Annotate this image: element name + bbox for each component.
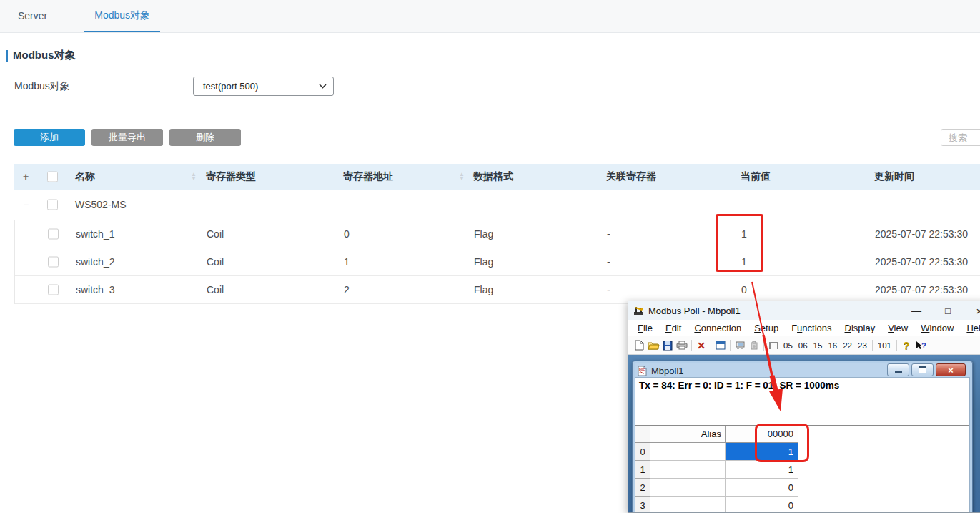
menu-item-view[interactable]: View: [881, 323, 914, 333]
tab-modbus-object[interactable]: Modbus对象: [84, 0, 160, 32]
menu-item-connection[interactable]: Connection: [688, 323, 748, 333]
table-row: switch_2Coil1Flag-12025-07-07 22:53:30: [15, 248, 980, 276]
new-doc-icon: [635, 340, 644, 351]
menu-item-file[interactable]: File: [631, 323, 659, 333]
function-05-button[interactable]: 05: [781, 341, 796, 350]
cell-current-value: 1: [741, 228, 747, 240]
cell-assoc: -: [607, 284, 610, 295]
read-write-once-button[interactable]: [733, 338, 747, 353]
collapse-icon[interactable]: −: [23, 199, 29, 210]
mbpoll1-titlebar[interactable]: poc Mbpoll1 ×: [633, 361, 972, 378]
tab-server[interactable]: Server: [8, 0, 57, 32]
menu-item-window[interactable]: Window: [914, 323, 960, 333]
modbus-poll-titlebar[interactable]: Modbus Poll - Mbpoll1 — □ ×: [628, 301, 980, 320]
select-all-checkbox[interactable]: [47, 172, 58, 182]
col-header-time: 更新时间: [874, 170, 914, 183]
window-icon: [716, 341, 726, 350]
maximize-button[interactable]: □: [937, 301, 959, 320]
mbpoll1-window: poc Mbpoll1 × Tx = 84: Err = 0: ID = 1: …: [632, 361, 973, 512]
child-minimize-button[interactable]: [887, 363, 909, 376]
function-15-button[interactable]: 15: [811, 341, 826, 350]
menu-item-setup[interactable]: Setup: [748, 323, 785, 333]
close-button[interactable]: ×: [969, 301, 980, 320]
child-close-button[interactable]: ×: [936, 363, 966, 376]
row-checkbox[interactable]: [48, 285, 59, 295]
cell-format: Flag: [474, 228, 493, 240]
grid-row-number: 1: [635, 461, 650, 479]
add-button[interactable]: 添加: [14, 129, 85, 146]
modbus-table: + 名称 ▲▼ 寄存器类型 寄存器地址 ▲▼ 数据格式 关联寄存器 当前值 更新…: [14, 164, 980, 304]
help-button[interactable]: ?: [899, 338, 914, 353]
restore-icon: [919, 366, 926, 373]
search-input[interactable]: [941, 129, 980, 146]
modbus-poll-window: Modbus Poll - Mbpoll1 — □ × FileEditConn…: [628, 301, 980, 513]
modbus-object-select[interactable]: test(port 500): [193, 77, 334, 96]
function-101-button[interactable]: 101: [875, 341, 894, 350]
toolbar-separator: [872, 340, 873, 351]
new-file-button[interactable]: [632, 338, 646, 353]
toolbar-separator: [896, 340, 897, 351]
row-checkbox[interactable]: [48, 257, 59, 268]
grid-alias-cell[interactable]: [650, 461, 726, 479]
grid-value-cell[interactable]: 0: [726, 497, 798, 512]
function-23-button[interactable]: 23: [855, 341, 870, 350]
sort-icon-reg-addr[interactable]: ▲▼: [459, 172, 465, 181]
grid-alias-cell[interactable]: [650, 443, 726, 461]
grid-row: 01: [635, 443, 969, 461]
grid-value-cell[interactable]: 1: [726, 443, 798, 461]
cell-assoc: -: [607, 256, 610, 268]
print-button[interactable]: [675, 338, 689, 353]
test-center-button[interactable]: [766, 338, 781, 353]
cell-reg-type: Coil: [207, 284, 224, 295]
pulse-icon: [769, 342, 778, 349]
cell-format: Flag: [474, 284, 493, 295]
table-header-row: + 名称 ▲▼ 寄存器类型 寄存器地址 ▲▼ 数据格式 关联寄存器 当前值 更新…: [14, 164, 980, 190]
group-checkbox[interactable]: [47, 200, 58, 210]
close-x-icon: ×: [948, 366, 954, 375]
grid-row-number: 2: [635, 479, 650, 497]
section-accent-bar: [6, 50, 8, 62]
setup-window-button[interactable]: [713, 338, 728, 353]
child-window-controls: ×: [887, 363, 966, 376]
app-icon: [633, 306, 644, 316]
grid-value-cell[interactable]: 0: [726, 479, 798, 497]
print-icon: [676, 341, 688, 350]
delete-poll-button[interactable]: ✕: [694, 338, 708, 353]
menu-item-functions[interactable]: Functions: [785, 323, 838, 333]
expand-all-icon[interactable]: +: [23, 171, 29, 182]
save-button[interactable]: [660, 338, 675, 353]
context-help-button[interactable]: ?: [914, 338, 928, 353]
cell-name: switch_2: [76, 256, 114, 268]
menu-item-edit[interactable]: Edit: [659, 323, 688, 333]
communication-button[interactable]: [747, 338, 761, 353]
cell-reg-type: Coil: [207, 228, 224, 240]
grid-alias-header[interactable]: Alias: [650, 426, 726, 443]
grid-alias-cell[interactable]: [650, 497, 726, 512]
function-16-button[interactable]: 16: [825, 341, 840, 350]
child-restore-button[interactable]: [911, 363, 934, 376]
menu-item-display[interactable]: Display: [838, 323, 882, 333]
delete-button[interactable]: 删除: [169, 129, 241, 146]
grid-address-header[interactable]: 00000: [726, 426, 798, 443]
minimize-icon: [895, 371, 902, 373]
open-file-button[interactable]: [646, 338, 660, 353]
grid-value-cell[interactable]: 1: [726, 461, 798, 479]
sort-icon-name[interactable]: ▲▼: [191, 172, 197, 181]
cell-format: Flag: [474, 256, 493, 268]
row-checkbox[interactable]: [48, 229, 59, 240]
open-folder-icon: [648, 341, 660, 350]
menu-item-help[interactable]: Help: [960, 323, 980, 333]
cell-update-time: 2025-07-07 22:53:30: [875, 284, 968, 295]
function-22-button[interactable]: 22: [840, 341, 855, 350]
batch-export-button[interactable]: 批量导出: [91, 129, 163, 146]
cell-reg-addr: 2: [344, 284, 350, 295]
col-header-format: 数据格式: [473, 170, 513, 183]
group-name: WS502-MS: [75, 199, 127, 210]
minimize-button[interactable]: —: [906, 301, 927, 320]
grid-row: 20: [635, 479, 969, 497]
grid-row-number: 0: [635, 443, 650, 461]
grid-alias-cell[interactable]: [650, 479, 726, 497]
function-06-button[interactable]: 06: [796, 341, 811, 350]
page-title: Modbus对象: [13, 49, 76, 62]
comm-read-icon: [735, 341, 746, 351]
